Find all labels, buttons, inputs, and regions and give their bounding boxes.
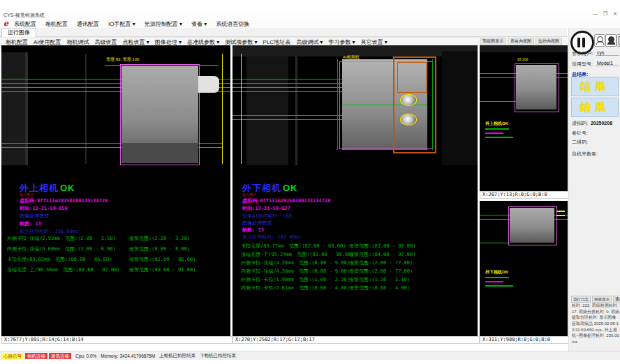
machine-structure bbox=[25, 52, 28, 165]
thumb-tab-defect-image[interactable]: 瑕疵图显示 bbox=[480, 38, 506, 45]
menu-view[interactable]: 查看 ▾ bbox=[191, 20, 207, 28]
measurement-row: 顶端宽度-下/95.24mm 范围:(93.00 - 98.00) 报警范围:(… bbox=[241, 251, 474, 258]
pause-icon bbox=[582, 38, 585, 47]
machine-structure bbox=[295, 51, 297, 165]
tool-camera-config[interactable]: 相机配置 bbox=[6, 38, 28, 46]
tool-spot-check[interactable]: 点检设置 ▾ bbox=[123, 38, 149, 46]
title-bar: CYS-视觉检测系统 — ❐ ✕ bbox=[0, 11, 620, 20]
measurement-alarm: 报警范围:(94.00 - 97.00) bbox=[349, 251, 415, 258]
tab-run-image[interactable]: 运行图像 bbox=[1, 28, 36, 37]
tool-learn-params[interactable]: 学习参数 ▾ bbox=[328, 38, 355, 46]
measurement-alarm: 报警范围:(2.20 - 3.20) bbox=[129, 235, 190, 242]
measurement-row: 卡扣宽度/83.05mm 范围:(80.00 - 86.00) 报警范围:(81… bbox=[7, 256, 228, 263]
measurement-range: 范围:(1.00 - 2.20) bbox=[299, 277, 350, 282]
minimize-icon[interactable]: — bbox=[593, 11, 598, 17]
measurement-alarm: 报警范围:(0.60 - 4.00) bbox=[349, 285, 410, 291]
lower-camera-status: 下相机已拍照结束 bbox=[200, 353, 236, 359]
camera-view-lower[interactable]: AI检测框 外下相机OK 输入图片 虚拟码:0ff1iim20250208133… bbox=[232, 45, 478, 336]
memory-usage-text: Memory: 3424.41796875M bbox=[101, 354, 155, 358]
coords-readout-upper: X:7677;Y:891;R:14;G:14;B:14 bbox=[1, 336, 232, 344]
tool-ai-config[interactable]: AI使用配置 bbox=[34, 38, 61, 46]
pause-icon bbox=[577, 38, 580, 47]
ai-detect-rect-inner bbox=[397, 62, 427, 93]
tool-other-settings[interactable]: 其它设置 ▾ bbox=[361, 38, 388, 46]
thumb-tab-all-views[interactable]: 所有内视图 bbox=[508, 38, 534, 45]
needle-label: 卷针号: bbox=[572, 130, 619, 137]
log-tab-defect[interactable]: 瑕疵显示 bbox=[592, 296, 612, 303]
user-account-button[interactable] bbox=[605, 34, 617, 47]
weld-spot bbox=[400, 114, 417, 126]
log-tab-comm[interactable]: 通讯日志 bbox=[613, 296, 620, 303]
switch-user-button[interactable] bbox=[594, 34, 605, 47]
thumb-tab-monitor-view[interactable]: 监控内视图 bbox=[536, 38, 562, 45]
tool-test-params[interactable]: 测试项参数 ▾ bbox=[225, 38, 257, 46]
menu-system-config[interactable]: 系统配置 bbox=[14, 20, 36, 28]
upper-camera-status: 上相机已拍照结束 bbox=[159, 353, 195, 359]
measurement-row: 内侧卡扣-顶端/4.38mm 范围:(0.00 - 9.00) 报警范围:(2.… bbox=[241, 268, 474, 275]
menu-language-switch[interactable]: 系统语言切换 bbox=[216, 20, 249, 28]
tab-strip: 运行图像 bbox=[0, 28, 567, 37]
log-output[interactable]: 耗时: 222, 瑕疵检测耗时: 17, 瑕疵分类耗时: 0, 瑕疵提取分区耗时… bbox=[572, 303, 619, 345]
menu-light-config[interactable]: 光源控制配置 ▾ bbox=[145, 20, 182, 28]
tool-camera-debug[interactable]: 相机调试 bbox=[67, 38, 89, 46]
measurement-row: 外侧卡扣-顶端/2.93mm 范围:(2.00 - 3.50) 报警范围:(2.… bbox=[7, 235, 228, 242]
app-window: CYS-视觉检测系统 — ❐ ✕ e 系统配置 相机配置 通讯配置 IO手配置 … bbox=[0, 0, 620, 364]
maximize-icon[interactable]: ❐ bbox=[603, 11, 607, 17]
measurement-range: 范围:(0.60 - 4.00) bbox=[299, 285, 350, 291]
camera-view-upper[interactable]: 宽度:93; 宽度:100 外上相机OK 输入图片 虚拟码:0ff1iim202… bbox=[1, 45, 230, 336]
ai-time-text: 使用AI推理耗时: 166 bbox=[242, 213, 293, 220]
tool-plc-address[interactable]: PLC地址表 bbox=[263, 38, 291, 46]
vcode-value: 20250208 bbox=[591, 121, 612, 126]
frame-count-text: 帧数: 13 bbox=[242, 227, 264, 234]
exit-button[interactable]: → bbox=[617, 34, 620, 47]
tool-advanced-settings[interactable]: 高级设置 bbox=[95, 38, 117, 46]
frame-count-text: 帧数: 13 bbox=[20, 220, 41, 227]
login-user-field[interactable]: cys bbox=[596, 50, 619, 56]
camera-name: 外上相机 bbox=[20, 183, 59, 193]
heartbeat-badge: 心跳信号 bbox=[1, 353, 24, 359]
thumb-view-lower[interactable]: 外下相机OK bbox=[480, 201, 568, 336]
coords-readout-thumb-upper: X:267;Y:13;R:0;G:0;B:0 bbox=[480, 191, 570, 199]
vcode-label: 虚拟码: bbox=[572, 121, 588, 126]
measurement-alarm: 报警范围:(2.00 - 77.00) bbox=[349, 268, 413, 275]
process-done-text: 图像处理完成 bbox=[242, 220, 272, 227]
algo-time-text: 算法处理耗时: 256.00ms bbox=[20, 228, 78, 235]
thumb-view-upper[interactable]: 93 100 外上相机OK bbox=[480, 45, 568, 191]
log-tabs: 运行日志 瑕疵显示 通讯日志 bbox=[571, 296, 620, 303]
menu-bar: e 系统配置 相机配置 通讯配置 IO手配置 ▾ 光源控制配置 ▾ 查看 ▾ 系… bbox=[0, 20, 620, 28]
measurement-range: 范围:(2.00 - 3.50) bbox=[65, 236, 116, 241]
barcode-text: 虚拟码:0ff1iim20250208133134728 bbox=[20, 197, 108, 204]
measurement-range: 范围:(88.00 - 92.00) bbox=[63, 267, 119, 273]
measurement-alarm: 报警范围:(81.00 - 85.00) bbox=[129, 256, 195, 263]
tool-baseline-params[interactable]: 基准线参数 ▾ bbox=[187, 38, 219, 46]
model-value[interactable]: Model1 bbox=[596, 61, 619, 66]
measurement-name: 外侧卡扣-顶端/2.93mm bbox=[7, 236, 60, 241]
measurement-alarm: 报警范围:(1.10 - 2.10) bbox=[349, 276, 410, 283]
menu-camera-config[interactable]: 相机配置 bbox=[45, 20, 68, 28]
measurement-range: 范围:(0.00 - 9.00) bbox=[299, 260, 350, 266]
user-icon bbox=[596, 41, 604, 45]
cpu-usage-text: Cpu: 0.0% bbox=[75, 354, 96, 358]
measurement-range: 范围:(3.00 - 6.00) bbox=[65, 246, 116, 252]
result-ok-badge: OK bbox=[60, 183, 75, 193]
login-user-label: 登录用户: bbox=[572, 51, 593, 56]
result-display-upper: 结果 bbox=[571, 77, 619, 96]
measurement-alarm: 报警范围:(2.00 - 77.00) bbox=[349, 259, 413, 266]
tool-advanced-debug[interactable]: 高级调试 ▾ bbox=[296, 38, 323, 46]
ai-annotation: AI检测框 bbox=[343, 54, 360, 61]
measurement-alarm: 报警范围:(0.00 - 8.00) bbox=[129, 245, 190, 252]
thumb-result-label: 外上相机OK bbox=[485, 121, 508, 127]
menu-comm-config[interactable]: 通讯配置 bbox=[77, 20, 99, 28]
measurement-name: 内侧卡扣-顶端/4.60mm bbox=[7, 246, 60, 252]
measurement-name: 内侧卡扣-顶端/4.38mm bbox=[241, 268, 294, 274]
login-user-value[interactable]: cys bbox=[596, 50, 619, 56]
log-tab-run[interactable]: 运行日志 bbox=[571, 296, 591, 303]
close-icon[interactable]: ✕ bbox=[613, 11, 617, 17]
model-field[interactable]: Model1 bbox=[596, 61, 619, 66]
menu-io-config[interactable]: IO手配置 ▾ bbox=[108, 20, 135, 28]
measurement-row: 顶端宽度-上/90.56mm 范围:(88.00 - 92.00) 报警范围:(… bbox=[7, 266, 228, 273]
measurement-name: 外侧卡扣-顶端/4.38mm bbox=[241, 260, 294, 266]
thumb-result-label: 外下相机OK bbox=[485, 269, 508, 275]
input-image-note: 输入图片 bbox=[20, 192, 34, 197]
tool-image-processing[interactable]: 图像处理 ▾ bbox=[155, 38, 182, 46]
